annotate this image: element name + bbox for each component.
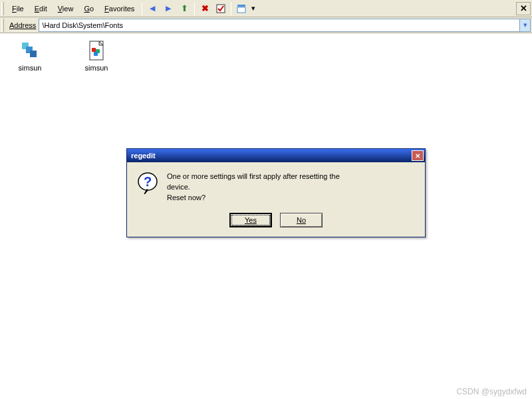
dialog-titlebar[interactable]: regedit ✕ <box>127 149 425 162</box>
back-icon: ◀ <box>150 4 155 13</box>
up-button[interactable]: ⬆ <box>177 1 192 16</box>
address-dropdown[interactable]: ▾ <box>520 19 531 32</box>
dialog-line1: One or more settings will first apply af… <box>167 172 340 182</box>
chevron-down-icon: ▾ <box>251 4 255 13</box>
address-bar: Address ▾ <box>0 17 532 33</box>
properties-button[interactable] <box>213 1 228 16</box>
back-button[interactable]: ◀ <box>145 1 160 16</box>
svg-rect-10 <box>94 52 98 56</box>
svg-rect-1 <box>237 5 245 7</box>
question-icon: ? <box>136 172 159 203</box>
dialog-title: regedit <box>131 152 156 160</box>
addressbar-grip <box>1 19 4 32</box>
menu-go[interactable]: Go <box>78 3 99 15</box>
menubar-grip <box>1 2 4 15</box>
address-input[interactable] <box>39 19 520 32</box>
file-label: simsun <box>19 64 42 72</box>
menu-edit[interactable]: Edit <box>29 3 53 15</box>
forward-button[interactable]: ▶ <box>161 1 176 16</box>
delete-button[interactable]: ✖ <box>198 1 212 16</box>
file-item-simsun-1[interactable]: simsun <box>7 40 53 72</box>
address-label: Address <box>7 21 39 29</box>
toolbar-separator-1 <box>194 2 195 15</box>
menu-view[interactable]: View <box>53 3 79 15</box>
dialog-line2: device. <box>167 182 340 193</box>
dialog-buttons: Yes No <box>127 206 425 237</box>
window-close-button[interactable]: ✕ <box>516 2 531 15</box>
regedit-dialog: regedit ✕ ? One or more settings will fi… <box>126 148 426 237</box>
file-item-simsun-2[interactable]: simsun <box>73 40 120 72</box>
dialog-close-button[interactable]: ✕ <box>412 150 424 161</box>
delete-icon: ✖ <box>201 3 209 13</box>
menu-favorites[interactable]: Favorites <box>99 3 140 15</box>
no-button[interactable]: No <box>280 213 323 227</box>
view-mode-button[interactable] <box>234 1 249 16</box>
file-label: simsun <box>85 64 108 72</box>
up-folder-icon: ⬆ <box>181 3 188 13</box>
yes-button[interactable]: Yes <box>229 213 272 227</box>
forward-icon: ▶ <box>166 4 171 13</box>
menubar: File Edit View Go Favorites ◀ ▶ ⬆ ✖ ▾ ✕ <box>0 0 532 17</box>
font-file-icon <box>19 40 41 61</box>
close-icon: ✕ <box>415 152 420 160</box>
dialog-message: One or more settings will first apply af… <box>167 172 340 203</box>
svg-rect-5 <box>30 51 37 57</box>
dialog-line3: Reset now? <box>167 193 340 203</box>
view-mode-dropdown[interactable]: ▾ <box>250 1 257 16</box>
menu-separator <box>142 2 142 15</box>
close-icon: ✕ <box>520 3 527 13</box>
toolbar-separator-2 <box>231 2 231 15</box>
svg-rect-2 <box>237 7 245 13</box>
document-file-icon <box>86 40 107 61</box>
watermark: CSDN @sygydxfwd <box>456 387 527 396</box>
chevron-down-icon: ▾ <box>523 21 527 29</box>
menu-file[interactable]: File <box>7 3 29 15</box>
properties-icon <box>216 4 225 13</box>
svg-rect-8 <box>92 48 96 52</box>
view-mode-icon <box>237 4 246 13</box>
svg-text:?: ? <box>144 174 152 189</box>
dialog-body: ? One or more settings will first apply … <box>127 162 425 206</box>
